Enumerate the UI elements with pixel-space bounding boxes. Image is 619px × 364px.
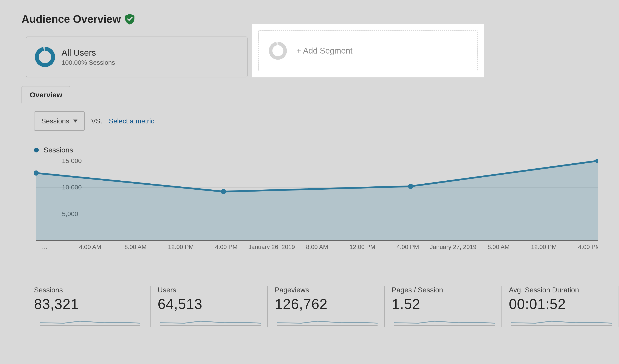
x-tick-label: 4:00 AM bbox=[79, 243, 101, 250]
metric-sparkline bbox=[509, 314, 614, 326]
legend-series-label: Sessions bbox=[43, 146, 73, 154]
metric-sparkline bbox=[158, 314, 263, 326]
chart-point bbox=[408, 184, 413, 189]
x-tick-label: 8:00 AM bbox=[124, 243, 147, 250]
y-tick-label: 15,000 bbox=[62, 159, 82, 164]
x-tick-label: January 26, 2019 bbox=[248, 243, 295, 250]
metric-sparkline bbox=[34, 314, 146, 326]
tab-divider bbox=[17, 105, 619, 105]
metric-card[interactable]: Pages / Session 1.52 bbox=[385, 286, 502, 327]
x-tick-label: 8:00 AM bbox=[306, 243, 328, 250]
metric-label: Sessions bbox=[34, 286, 146, 294]
metric-sparkline bbox=[275, 314, 380, 326]
segment-all-users[interactable]: All Users 100.00% Sessions bbox=[26, 37, 248, 77]
page-title: Audience Overview bbox=[22, 13, 121, 25]
metric-value: 126,762 bbox=[275, 296, 380, 312]
x-tick-label: 4:00 PM bbox=[215, 243, 237, 250]
primary-metric-dropdown[interactable]: Sessions bbox=[34, 111, 85, 131]
sessions-line-chart: 15,00010,0005,000…4:00 AM8:00 AM12:00 PM… bbox=[34, 159, 598, 253]
segment-subtitle: 100.00% Sessions bbox=[62, 59, 115, 66]
metric-value: 64,513 bbox=[158, 296, 263, 312]
metric-value: 00:01:52 bbox=[509, 296, 614, 312]
chart-point bbox=[221, 189, 226, 194]
legend-dot-icon bbox=[34, 148, 39, 152]
x-tick-label: … bbox=[42, 243, 48, 250]
select-comparison-metric-link[interactable]: Select a metric bbox=[109, 117, 154, 125]
x-tick-label: 4:00 PM bbox=[578, 243, 598, 250]
metric-card[interactable]: Users 64,513 bbox=[151, 286, 268, 327]
segment-title: All Users bbox=[62, 48, 115, 58]
metric-label: Pages / Session bbox=[392, 286, 497, 294]
x-tick-label: 8:00 AM bbox=[488, 243, 510, 250]
metric-label: Users bbox=[158, 286, 263, 294]
metric-card[interactable]: Pageviews 126,762 bbox=[268, 286, 385, 327]
x-tick-label: 4:00 PM bbox=[397, 243, 419, 250]
metric-value: 83,321 bbox=[34, 296, 146, 312]
tab-overview[interactable]: Overview bbox=[22, 86, 70, 103]
metric-card[interactable]: Sessions 83,321 bbox=[34, 286, 151, 327]
x-tick-label: January 27, 2019 bbox=[430, 243, 476, 250]
metric-sparkline bbox=[392, 314, 497, 326]
segment-donut-icon bbox=[35, 47, 55, 67]
x-tick-label: 12:00 PM bbox=[168, 243, 194, 250]
metric-label: Pageviews bbox=[275, 286, 380, 294]
x-tick-label: 12:00 PM bbox=[350, 243, 375, 250]
add-segment-button[interactable]: + Add Segment bbox=[258, 30, 478, 71]
add-segment-donut-icon bbox=[269, 42, 287, 60]
vs-label: VS. bbox=[91, 117, 102, 125]
metric-card[interactable]: Avg. Session Duration 00:01:52 bbox=[502, 286, 619, 327]
primary-metric-label: Sessions bbox=[41, 117, 69, 125]
x-tick-label: 12:00 PM bbox=[531, 243, 557, 250]
add-segment-label: + Add Segment bbox=[296, 46, 352, 55]
metric-value: 1.52 bbox=[392, 296, 497, 312]
metric-label: Avg. Session Duration bbox=[509, 286, 614, 294]
verified-shield-icon bbox=[125, 14, 135, 25]
chevron-down-icon bbox=[73, 120, 77, 122]
